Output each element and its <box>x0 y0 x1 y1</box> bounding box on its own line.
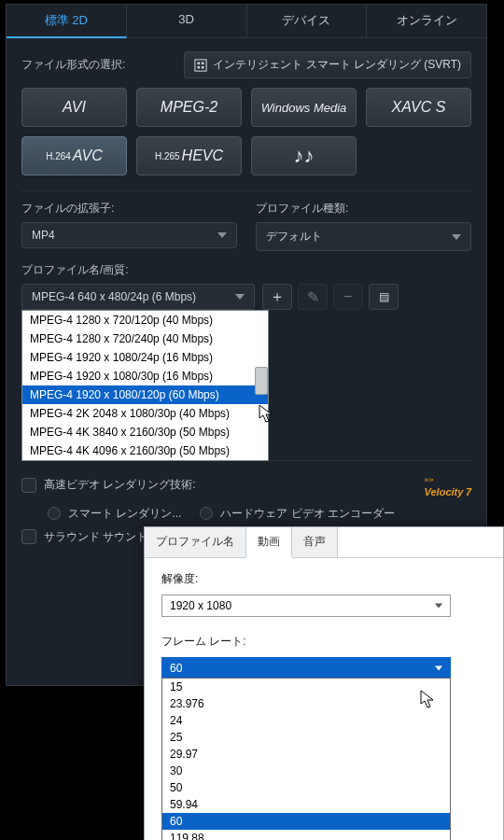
framerate-option[interactable]: 15 <box>162 679 450 695</box>
profile-type-select[interactable]: デフォルト <box>256 222 471 251</box>
format-grid: AVI MPEG-2 Windows Media XAVC S H.264AVC… <box>21 88 471 175</box>
profile-select[interactable]: MPEG-4 640 x 480/24p (6 Mbps) <box>21 284 255 310</box>
format-wmv[interactable]: Windows Media <box>251 88 357 127</box>
framerate-option[interactable]: 23.976 <box>162 695 450 712</box>
profile-row: MPEG-4 640 x 480/24p (6 Mbps) MPEG-4 128… <box>21 284 471 310</box>
framerate-select[interactable]: 60 <box>161 657 451 679</box>
velocity-badge: »»Velocity 7 <box>425 472 471 498</box>
profile-type-label: プロファイル種類: <box>256 201 471 217</box>
list-icon: ▤ <box>379 290 389 303</box>
format-avi[interactable]: AVI <box>21 88 127 127</box>
fast-render-checkbox[interactable] <box>21 478 36 493</box>
svg-rect-0 <box>195 59 206 70</box>
format-xavcs[interactable]: XAVC S <box>366 88 471 127</box>
framerate-option[interactable]: 30 <box>162 763 450 779</box>
svg-rect-4 <box>202 65 204 68</box>
fast-render-row: 高速ビデオ レンダリング技術: »»Velocity 7 <box>21 472 471 498</box>
profile-settings-dialog: プロファイル名 動画 音声 解像度: 1920 x 1080 フレーム レート:… <box>144 526 504 840</box>
svrt-label: インテリジェント スマート レンダリング (SVRT) <box>213 57 461 73</box>
extension-select[interactable]: MP4 <box>21 222 237 248</box>
format-audio[interactable]: ♪♪ <box>251 136 357 175</box>
tab-online[interactable]: オンライン <box>367 5 486 38</box>
framerate-option[interactable]: 24 <box>162 712 450 729</box>
settings-tab-profile[interactable]: プロファイル名 <box>145 527 246 557</box>
details-profile-button[interactable]: ▤ <box>369 284 399 310</box>
framerate-option[interactable]: 29.97 <box>162 746 450 763</box>
profile-option[interactable]: MPEG-4 1920 x 1080/30p (16 Mbps) <box>22 367 268 385</box>
framerate-dropdown[interactable]: 15 23.976 24 25 29.97 30 50 59.94 60 119… <box>161 678 451 840</box>
profile-option[interactable]: MPEG-4 4K 4096 x 2160/30p (50 Mbps) <box>22 441 268 460</box>
resolution-select[interactable]: 1920 x 1080 <box>161 595 451 617</box>
dropdown-scrollbar-thumb[interactable] <box>255 367 268 395</box>
settings-tabs: プロファイル名 動画 音声 <box>145 527 503 558</box>
minus-icon: − <box>343 288 352 305</box>
svg-rect-3 <box>198 65 201 68</box>
framerate-option[interactable]: 25 <box>162 729 450 746</box>
resolution-label: 解像度: <box>161 571 486 587</box>
format-h265[interactable]: H.265HEVC <box>136 136 242 175</box>
framerate-option[interactable]: 50 <box>162 779 450 796</box>
profile-name-label: プロファイル名/画質: <box>21 262 471 278</box>
settings-body: 解像度: 1920 x 1080 フレーム レート: 60 15 23.976 … <box>145 558 503 840</box>
remove-profile-button: − <box>333 284 363 310</box>
profile-option[interactable]: MPEG-4 1280 x 720/240p (40 Mbps) <box>22 329 268 348</box>
surround-label: サラウンド サウンド <box>44 529 147 545</box>
profile-option[interactable]: MPEG-4 2K 2048 x 1080/30p (40 Mbps) <box>22 404 268 423</box>
profile-option[interactable]: MPEG-4 1280 x 720/120p (40 Mbps) <box>22 311 268 329</box>
file-format-row: ファイル形式の選択: インテリジェント スマート レンダリング (SVRT) <box>21 51 471 78</box>
format-h264[interactable]: H.264AVC <box>21 136 127 175</box>
add-profile-button[interactable]: ＋ <box>262 284 292 310</box>
svrt-radio[interactable] <box>48 507 61 520</box>
svrt-radio-label: スマート レンダリン... <box>68 506 181 522</box>
tab-label: デバイス <box>282 13 330 27</box>
tab-label: 3D <box>178 12 194 26</box>
tab-3d[interactable]: 3D <box>127 5 247 38</box>
framerate-option[interactable]: 59.94 <box>162 796 450 813</box>
framerate-label: フレーム レート: <box>161 634 486 650</box>
file-format-label: ファイル形式の選択: <box>21 57 125 73</box>
profile-option[interactable]: MPEG-4 4K 3840 x 2160/30p (50 Mbps) <box>22 423 268 441</box>
tab-label: 標準 2D <box>45 13 88 27</box>
settings-tab-video[interactable]: 動画 <box>246 527 292 558</box>
tab-standard-2d[interactable]: 標準 2D <box>7 5 127 38</box>
tab-label: オンライン <box>397 13 457 27</box>
divider <box>21 190 471 191</box>
pencil-icon: ✎ <box>307 288 319 306</box>
svg-rect-1 <box>198 62 201 64</box>
plus-icon: ＋ <box>270 287 285 307</box>
profile-option-selected[interactable]: MPEG-4 1920 x 1080/120p (60 Mbps) <box>22 385 268 404</box>
output-tabs: 標準 2D 3D デバイス オンライン <box>7 5 486 38</box>
format-mpeg2[interactable]: MPEG-2 <box>136 88 242 127</box>
music-icon: ♪♪ <box>294 144 315 168</box>
fast-render-label: 高速ビデオ レンダリング技術: <box>44 477 196 493</box>
framerate-option-selected[interactable]: 60 <box>162 813 450 830</box>
framerate-option[interactable]: 119.88 <box>162 830 450 840</box>
svg-rect-2 <box>202 62 204 64</box>
svrt-button[interactable]: インテリジェント スマート レンダリング (SVRT) <box>184 51 471 78</box>
tab-device[interactable]: デバイス <box>247 5 368 38</box>
ext-row: ファイルの拡張子: MP4 プロファイル種類: デフォルト <box>21 201 471 251</box>
settings-tab-audio[interactable]: 音声 <box>292 527 338 557</box>
profile-dropdown[interactable]: MPEG-4 1280 x 720/120p (40 Mbps) MPEG-4 … <box>21 310 269 461</box>
svrt-icon <box>194 59 207 72</box>
extension-label: ファイルの拡張子: <box>21 201 237 217</box>
edit-profile-button: ✎ <box>298 284 328 310</box>
hw-encoder-radio[interactable] <box>200 507 213 520</box>
profile-option[interactable]: MPEG-4 1920 x 1080/24p (16 Mbps) <box>22 348 268 367</box>
hw-encoder-label: ハードウェア ビデオ エンコーダー <box>220 506 395 522</box>
svrt-radio-row: スマート レンダリン... ハードウェア ビデオ エンコーダー <box>48 506 471 522</box>
surround-checkbox[interactable] <box>21 529 36 544</box>
